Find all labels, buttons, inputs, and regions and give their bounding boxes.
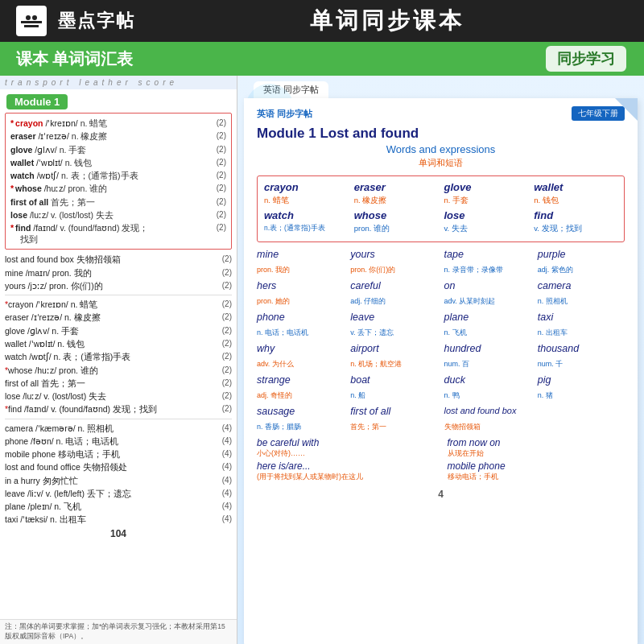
wt-lostandfound-def: 失物招领箱 [444,422,531,432]
wt-camera: camera [538,280,625,291]
vg-word-watch: watch [264,209,348,221]
vocab-item-wallet: wallet /ˈwɒlɪt/ n. 钱包 (2) [10,156,226,169]
footnote: 注：黑体的单词要求掌握；加*的单词表示复习强化；本教材采用第15版权威国际音标（… [0,619,237,644]
vg-def-whose: pron. 谁的 [354,224,438,234]
main-content: transport leather score Module 1 *crayon… [0,76,644,644]
wt-lostandfound: lost and found box [444,406,531,417]
word-row-2: hers careful on camera [257,280,625,291]
wt-boat-def: n. 船 [350,390,437,401]
phrase-row-1: be careful with 小心(对待)…… from now on 从现在… [257,437,625,459]
word-row-1-defs: pron. 我的 pron. 你(们)的 n. 录音带；录像带 adj. 紫色的 [257,265,625,275]
wt-careful: careful [350,280,437,291]
vocab-plain: lost and found box 失物招领箱(2) mine /maɪn/ … [5,253,232,292]
wt-hundred-def: num. 百 [444,359,531,369]
vg-word-glove: glove [444,181,528,193]
phrase-item-1: be careful with 小心(对待)…… [257,437,435,459]
word-row-3: phone leave plane taxi [257,312,625,323]
deco-text: transport leather score [0,76,237,89]
wt-on: on [444,280,531,291]
vocab-grid: crayon eraser glove wallet n. 蜡笔 n. 橡皮擦 … [257,175,625,242]
footnote-text: 注：黑体的单词要求掌握；加*的单词表示复习强化；本教材采用第15版权威国际音标（… [5,622,232,642]
wt-taxi: taxi [538,312,625,323]
vg-word-lose: lose [444,209,528,221]
phrase-mobilephone-def: 移动电话；手机 [448,472,625,482]
vg-def-crayon: n. 蜡笔 [264,196,348,206]
phrase-item-2: from now on 从现在开始 [448,437,625,459]
vg-row-1-defs: n. 蜡笔 n. 橡皮擦 n. 手套 n. 钱包 [264,196,617,206]
vocab-item-find: *find /faɪnd/ v. (found/faʊnd) 发现； (2) [10,221,226,234]
logo-stroke [21,21,42,23]
module-title: Module 1 Lost and found [257,126,625,142]
word-row-5: strange boat duck pig [257,374,625,386]
module-subtitle: Words and expressions [257,143,625,155]
wt-purple: purple [538,249,625,260]
logo [16,6,47,36]
left-page-num: 104 [0,526,237,541]
wt-boat: boat [350,374,437,386]
vocab-item-whose: *whose /huːz/ pron. 谁的 (2) [10,182,226,195]
word-row-4: why airport hundred thousand [257,343,625,354]
wt-empty-def [538,422,625,432]
word-row-4-defs: adv. 为什么 n. 机场；航空港 num. 百 num. 千 [257,359,625,369]
banner-left: 课本 单词词汇表 [16,48,133,70]
vg-def-find: v. 发现；找到 [534,224,617,234]
wt-phone-def: n. 电话；电话机 [257,328,344,338]
green-banner: 课本 单词词汇表 同步学习 [0,42,644,76]
vg-word-eraser: eraser [354,181,438,193]
logo-dot2 [32,15,37,20]
wt-plane-def: n. 飞机 [444,328,531,338]
wt-pig: pig [538,374,625,386]
word-row-5-defs: adj. 奇怪的 n. 船 n. 鸭 n. 猪 [257,390,625,401]
wt-purple-def: adj. 紫色的 [538,265,625,275]
logo-dot1 [26,15,31,20]
wt-sausage-def: n. 香肠；腊肠 [257,422,344,432]
wt-tape: tape [444,249,531,260]
wt-on-def: adv. 从某时刻起 [444,296,531,307]
phrase-fromnow: from now on [448,437,625,448]
phrase-item-4: mobile phone 移动电话；手机 [448,460,625,482]
phrase-becareful-def: 小心(对待)…… [257,448,435,459]
nb-top-strip: 英语 同步字帖 七年级下册 [257,106,625,121]
wt-mine: mine [257,249,344,260]
vocab-item-firstofall: first of all 首先；第一 (2) [10,196,226,208]
word-row-3-defs: n. 电话；电话机 v. 丢下；遗忘 n. 飞机 n. 出租车 [257,328,625,338]
vocab-item-watch: watch /wɒtʃ/ n. 表；(通常指)手表 (2) [10,169,226,182]
word-row-1: mine yours tape purple [257,249,625,260]
vocab-item-lose: lose /luːz/ v. (lost/lost) 失去 (2) [10,208,226,221]
vg-def-watch: n.表；(通常指)手表 [264,224,348,234]
vg-word-find: find [534,209,617,221]
phrase-item-3: here is/are... (用于将找到某人或某物时)在这儿 [257,460,435,482]
vg-row-2-words: watch whose lose find [264,209,617,221]
logo-stroke2 [24,25,39,27]
vocab-item-eraser: eraser /ɪˈreɪzə/ n. 橡皮擦 (2) [10,130,226,142]
wt-firstofall-def: 首先；第一 [350,422,437,432]
phrase-becareful: be careful with [257,437,435,448]
wt-camera-def: n. 照相机 [538,296,625,307]
vocab-extra: camera /ˈkæmərə/ n. 照相机(4) phone /fəʊn/ … [5,422,232,526]
wt-plane: plane [444,312,531,323]
wt-yours: yours [350,249,437,260]
wt-taxi-def: n. 出租车 [538,328,625,338]
wt-pig-def: n. 猪 [538,390,625,401]
vg-word-wallet: wallet [534,181,617,193]
module-badge: Module 1 [6,94,68,109]
tab-english[interactable]: 英语 同步字帖 [254,81,328,98]
wt-sausage: sausage [257,406,344,417]
wt-firstofall: first of all [350,406,437,417]
wt-airport: airport [350,343,437,354]
wt-strange: strange [257,374,344,386]
wt-hers-def: pron. 她的 [257,296,344,307]
module-subtitle-cn: 单词和短语 [257,157,625,169]
wt-hundred: hundred [444,343,531,354]
phrase-fromnow-def: 从现在开始 [448,448,625,459]
phrase-row-2: here is/are... (用于将找到某人或某物时)在这儿 mobile p… [257,460,625,482]
wt-leave: leave [350,312,437,323]
wt-tape-def: n. 录音带；录像带 [444,265,531,275]
notebook-tabs: 英语 同步字帖 [237,76,644,98]
nb-logo: 英语 同步字帖 [257,108,312,120]
wt-strange-def: adj. 奇怪的 [257,390,344,401]
word-row-6-defs: n. 香肠；腊肠 首先；第一 失物招领箱 [257,422,625,432]
vg-def-wallet: n. 钱包 [534,196,617,206]
wt-phone: phone [257,312,344,323]
wt-hers: hers [257,280,344,291]
